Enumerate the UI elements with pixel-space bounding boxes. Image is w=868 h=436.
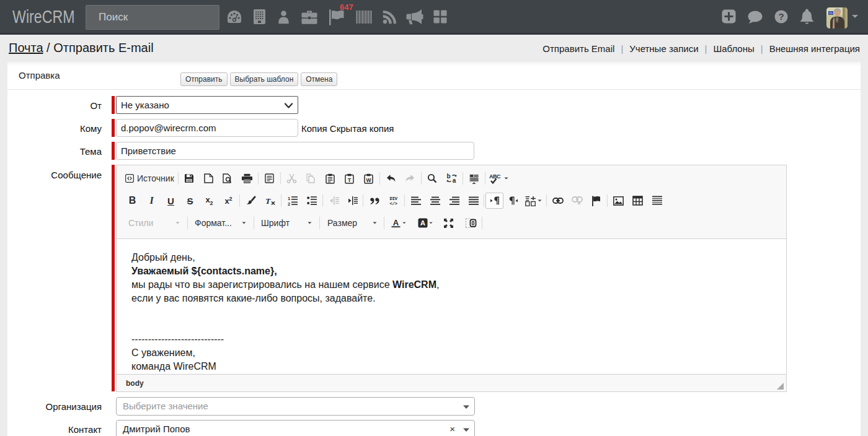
svg-text:A: A (420, 219, 425, 227)
svg-text:a: a (453, 177, 456, 183)
svg-text:b: b (446, 173, 450, 180)
svg-text:T: T (348, 177, 352, 183)
svg-text:ABC: ABC (489, 173, 501, 179)
svg-text:DIV: DIV (389, 196, 397, 201)
svg-text:2: 2 (288, 201, 290, 206)
svg-text:W: W (366, 177, 371, 183)
svg-text:</>: </> (389, 201, 397, 206)
svg-text:A: A (393, 218, 399, 227)
svg-text:T: T (265, 196, 271, 206)
svg-text:?: ? (778, 11, 784, 22)
